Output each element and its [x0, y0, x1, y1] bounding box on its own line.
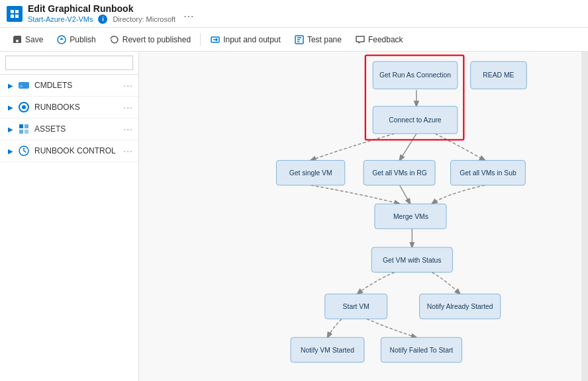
svg-rect-11 [19, 124, 23, 128]
svg-rect-2 [11, 15, 14, 18]
cmdlets-icon: >_ [17, 79, 30, 92]
node-get-vm-status[interactable]: Get VM with Status [383, 257, 441, 264]
node-start-vm[interactable]: Start VM [343, 303, 369, 310]
search-input[interactable] [5, 56, 133, 70]
sidebar-item-runbooks[interactable]: ▶ RUNBOOKS ··· [0, 97, 138, 118]
svg-text:>_: >_ [20, 84, 25, 89]
input-output-button[interactable]: Input and output [205, 32, 286, 48]
svg-rect-1 [15, 10, 19, 13]
revert-label: Revert to published [122, 35, 191, 44]
page-title: Edit Graphical Runbook [28, 3, 175, 14]
revert-button[interactable]: Revert to published [104, 32, 196, 48]
node-get-all-vms-sub[interactable]: Get all VMs in Sub [460, 169, 516, 177]
publish-icon [56, 34, 67, 45]
runbooks-more-icon[interactable]: ··· [123, 102, 133, 112]
svg-rect-12 [24, 124, 28, 128]
title-text: Edit Graphical Runbook Start-Azure-V2-VM… [28, 3, 175, 24]
test-pane-button[interactable]: Test pane [289, 32, 347, 48]
chevron-right-icon-4: ▶ [5, 146, 16, 156]
sidebar-scroll: ▶ >_ CMDLETS ··· ▶ RUNBOOKS ··· [0, 75, 138, 381]
revert-icon [109, 34, 120, 45]
save-icon [12, 34, 23, 45]
svg-rect-14 [24, 130, 28, 134]
directory-label: Directory: Microsoft [113, 15, 175, 23]
save-label: Save [25, 35, 43, 44]
feedback-icon [355, 34, 366, 45]
toolbar-divider [200, 33, 201, 46]
publish-label: Publish [70, 35, 95, 44]
node-notify-vm-started[interactable]: Notify VM Started [301, 347, 354, 354]
save-button[interactable]: Save [7, 32, 48, 48]
runbook-name: Start-Azure-V2-VMs [28, 15, 93, 23]
cmdlets-more-icon[interactable]: ··· [123, 80, 133, 91]
node-notify-already-started[interactable]: Notify Already Started [427, 303, 493, 310]
canvas-area[interactable]: Get Run As Connection READ ME Connect to… [139, 52, 588, 381]
runbook-control-label: RUNBOOK CONTROL [34, 146, 123, 155]
svg-rect-13 [19, 130, 23, 134]
feedback-button[interactable]: Feedback [350, 32, 409, 48]
app-icon [7, 6, 23, 22]
input-output-label: Input and output [223, 35, 281, 44]
sidebar: ▶ >_ CMDLETS ··· ▶ RUNBOOKS ··· [0, 52, 139, 381]
node-merge-vms[interactable]: Merge VMs [393, 213, 428, 220]
chevron-right-icon: ▶ [5, 80, 16, 91]
info-icon: i [98, 15, 107, 24]
node-notify-failed-to-start[interactable]: Notify Failed To Start [390, 347, 454, 354]
sidebar-item-assets[interactable]: ▶ ASSETS ··· [0, 118, 138, 140]
runbooks-label: RUNBOOKS [34, 103, 123, 112]
svg-line-18 [399, 185, 410, 204]
node-get-single-vm[interactable]: Get single VM [289, 169, 332, 177]
chevron-right-icon-2: ▶ [5, 102, 16, 112]
chevron-right-icon-3: ▶ [5, 124, 16, 134]
node-readme[interactable]: READ ME [483, 71, 514, 79]
publish-button[interactable]: Publish [51, 32, 101, 48]
test-pane-icon [294, 34, 305, 45]
title-bar: Edit Graphical Runbook Start-Azure-V2-VM… [0, 0, 588, 28]
sidebar-item-cmdlets[interactable]: ▶ >_ CMDLETS ··· [0, 75, 138, 97]
feedback-label: Feedback [368, 35, 403, 44]
svg-rect-0 [11, 10, 14, 13]
title-meta: Start-Azure-V2-VMs i Directory: Microsof… [28, 15, 175, 24]
assets-more-icon[interactable]: ··· [123, 124, 133, 134]
node-connect-azure[interactable]: Connect to Azure [389, 116, 441, 124]
runbook-control-icon [17, 144, 30, 157]
runbook-control-more-icon[interactable]: ··· [123, 146, 133, 156]
toolbar: Save Publish Revert to published Input a… [0, 28, 588, 52]
main-layout: ▶ >_ CMDLETS ··· ▶ RUNBOOKS ··· [0, 52, 588, 381]
assets-label: ASSETS [34, 124, 123, 134]
title-more-button[interactable]: ... [181, 8, 197, 20]
runbooks-icon [17, 101, 30, 114]
assets-icon [17, 122, 30, 136]
node-get-all-vms-rg[interactable]: Get all VMs in RG [372, 169, 427, 177]
svg-point-10 [22, 105, 26, 109]
node-get-run-as[interactable]: Get Run As Connection [379, 71, 451, 79]
flowchart-svg: Get Run As Connection READ ME Connect to… [139, 52, 588, 381]
cmdlets-label: CMDLETS [34, 81, 123, 90]
input-output-icon [210, 34, 220, 45]
search-box [0, 52, 138, 75]
test-pane-label: Test pane [307, 35, 342, 44]
vertical-scrollbar[interactable] [581, 52, 588, 381]
sidebar-item-runbook-control[interactable]: ▶ RUNBOOK CONTROL ··· [0, 140, 138, 162]
svg-line-17 [399, 134, 416, 160]
svg-rect-3 [15, 15, 19, 18]
